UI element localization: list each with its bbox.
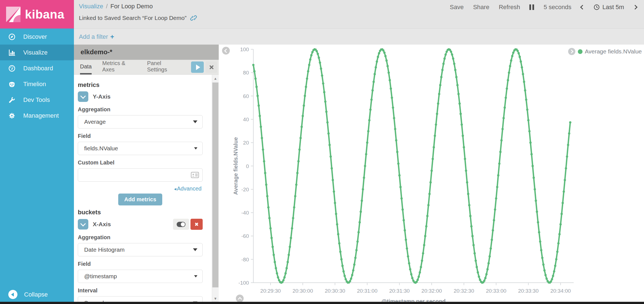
x-axis-row: X-Axis xyxy=(78,219,203,230)
custom-label-field xyxy=(78,168,203,182)
chart-collapse-left-icon[interactable] xyxy=(222,47,230,55)
advanced-link[interactable]: Advanced xyxy=(79,186,202,192)
svg-text:60: 60 xyxy=(243,93,249,99)
bucket-field-select[interactable]: @timestamp xyxy=(78,270,203,283)
x-axis-label: X-Axis xyxy=(93,221,111,228)
refresh-button[interactable]: Refresh xyxy=(499,4,520,11)
svg-text:20:32:00: 20:32:00 xyxy=(421,288,442,294)
apply-changes-button[interactable] xyxy=(191,61,204,73)
index-pattern-header: elkdemo-* xyxy=(74,44,219,60)
aggregation-label: Aggregation xyxy=(78,234,203,241)
delete-x-icon xyxy=(195,222,199,226)
sidebar-item-visualize[interactable]: Visualize xyxy=(0,45,74,60)
legend-item[interactable]: Average fields.NValue xyxy=(578,48,642,55)
sidebar-item-label: Dev Tools xyxy=(23,96,50,104)
svg-text:20:33:00: 20:33:00 xyxy=(486,288,506,294)
time-back-icon[interactable] xyxy=(580,5,585,10)
gear-icon xyxy=(8,112,16,119)
custom-label-label: Custom Label xyxy=(78,159,203,166)
tab-data[interactable]: Data xyxy=(80,60,92,74)
sidebar: kibana Discover Visualize Dashboard xyxy=(0,0,74,304)
share-button[interactable]: Share xyxy=(473,4,490,11)
field-label: Field xyxy=(78,261,203,267)
bucket-toggle-button[interactable] xyxy=(173,219,189,230)
legend-toggle-icon[interactable] xyxy=(568,48,575,55)
svg-text:20: 20 xyxy=(243,140,249,146)
svg-text:20:32:30: 20:32:30 xyxy=(454,288,474,294)
y-axis-collapse-button[interactable] xyxy=(78,91,88,102)
svg-text:20:30:30: 20:30:30 xyxy=(325,288,345,294)
bucket-delete-button[interactable] xyxy=(190,219,203,230)
kibana-logo-icon xyxy=(6,7,20,22)
sidebar-collapse-button[interactable]: Collapse xyxy=(0,290,74,299)
field-value: fields.NValue xyxy=(84,145,118,152)
aggregation-label: Aggregation xyxy=(78,106,203,113)
owl-icon xyxy=(8,81,16,88)
sidebar-item-label: Timelion xyxy=(23,81,46,88)
x-axis-collapse-button[interactable] xyxy=(78,219,88,230)
tab-metrics-axes[interactable]: Metrics & Axes xyxy=(102,60,136,74)
sidebar-item-dashboard[interactable]: Dashboard xyxy=(0,60,74,76)
linked-saved-search-label: Linked to Saved Search “For Loop Demo” xyxy=(79,15,187,21)
custom-label-input[interactable] xyxy=(78,169,191,181)
svg-text:0: 0 xyxy=(246,163,249,169)
aggregation-value: Average xyxy=(84,118,106,125)
time-range-label: Last 5m xyxy=(602,4,624,11)
time-range-picker[interactable]: Last 5m xyxy=(594,4,624,11)
unlink-icon[interactable] xyxy=(190,14,197,22)
kibana-app: kibana Discover Visualize Dashboard xyxy=(0,0,644,304)
line-chart: 100806040200-20-40-60-80-10020:29:3020:3… xyxy=(219,44,644,304)
time-forward-icon[interactable] xyxy=(633,5,638,10)
breadcrumb-section-link[interactable]: Visualize xyxy=(79,3,103,10)
svg-text:20:34:00: 20:34:00 xyxy=(550,288,571,294)
sidebar-item-timelion[interactable]: Timelion xyxy=(0,76,74,92)
kibana-logo[interactable]: kibana xyxy=(0,0,74,29)
add-filter-button[interactable]: Add a filter + xyxy=(79,33,114,41)
sidebar-item-label: Visualize xyxy=(23,49,48,56)
chart-collapse-up-icon[interactable] xyxy=(236,295,244,302)
sidebar-item-discover[interactable]: Discover xyxy=(0,29,74,45)
filter-bar: Add a filter + xyxy=(74,29,644,45)
svg-text:20:29:30: 20:29:30 xyxy=(260,288,281,294)
svg-text:-40: -40 xyxy=(241,210,249,216)
wrench-icon xyxy=(8,96,16,104)
window-bottom-edge xyxy=(0,302,644,304)
add-metrics-button[interactable]: Add metrics xyxy=(118,194,163,205)
tab-panel-settings[interactable]: Panel Settings xyxy=(147,60,181,74)
breadcrumb-page: For Loop Demo xyxy=(110,3,153,10)
plus-icon: + xyxy=(110,33,114,41)
sidebar-item-management[interactable]: Management xyxy=(0,108,74,123)
kibana-wordmark: kibana xyxy=(25,7,64,21)
y-axis-label: Y-Axis xyxy=(93,93,110,100)
breadcrumb-separator: / xyxy=(106,3,108,10)
sidebar-item-label: Management xyxy=(23,112,59,119)
svg-text:40: 40 xyxy=(243,117,249,122)
caret-down-icon xyxy=(194,147,197,150)
contact-card-icon xyxy=(191,172,199,178)
panel-tabs: Data Metrics & Axes Panel Settings xyxy=(74,60,219,75)
refresh-interval-button[interactable]: 5 seconds xyxy=(543,4,571,11)
gauge-icon xyxy=(8,65,16,72)
field-select[interactable]: fields.NValue xyxy=(78,142,203,155)
bucket-aggregation-select[interactable]: Date Histogram xyxy=(78,243,203,256)
chart-svg: 100806040200-20-40-60-80-10020:29:3020:3… xyxy=(219,44,644,304)
svg-text:-60: -60 xyxy=(241,233,249,239)
close-icon xyxy=(209,65,214,70)
aggregation-select[interactable]: Average xyxy=(78,115,203,128)
scroll-down-icon[interactable]: ▼ xyxy=(212,297,219,301)
scrollbar-thumb[interactable] xyxy=(212,83,218,287)
save-button[interactable]: Save xyxy=(450,4,464,11)
legend-label: Average fields.NValue xyxy=(585,48,642,55)
scroll-up-icon[interactable]: ▲ xyxy=(212,76,219,81)
discard-changes-button[interactable] xyxy=(205,61,217,73)
buckets-heading: buckets xyxy=(78,209,203,216)
sidebar-item-devtools[interactable]: Dev Tools xyxy=(0,92,74,108)
add-filter-label: Add a filter xyxy=(79,33,108,40)
compass-icon xyxy=(8,33,16,40)
topbar-actions: Save Share Refresh 5 seconds Last 5m xyxy=(450,0,637,14)
svg-text:20:33:30: 20:33:30 xyxy=(518,288,539,294)
pause-icon[interactable] xyxy=(529,4,534,10)
svg-text:100: 100 xyxy=(240,47,249,52)
vis-config-panel: elkdemo-* Data Metrics & Axes Panel Sett… xyxy=(74,44,219,304)
caret-down-icon xyxy=(194,275,197,277)
